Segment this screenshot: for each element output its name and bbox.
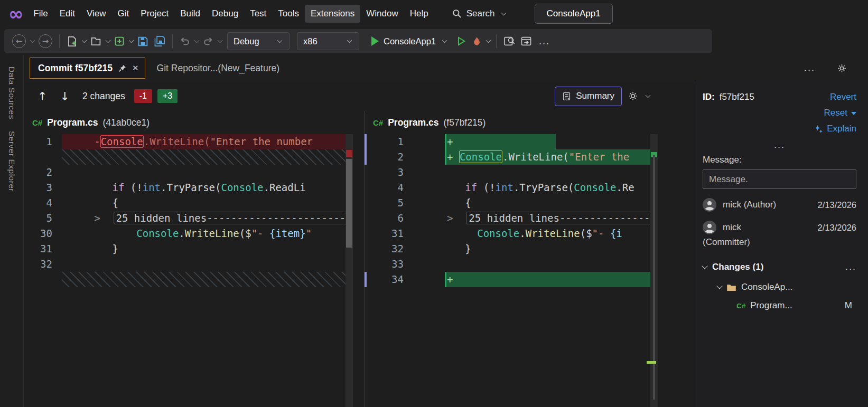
- changes-count: 2 changes: [82, 91, 125, 102]
- undo-button[interactable]: [177, 32, 193, 50]
- avatar-icon: [703, 198, 716, 212]
- right-file-header: C# Program.cs (f57bf215): [365, 111, 658, 134]
- menu-tools[interactable]: Tools: [272, 5, 305, 23]
- reset-dropdown-icon[interactable]: [851, 112, 856, 115]
- changes-section-header[interactable]: Changes (1) ...: [703, 261, 856, 272]
- previous-change-button[interactable]: ↑: [31, 88, 53, 105]
- data-sources-tab[interactable]: Data Sources: [7, 67, 16, 119]
- summary-icon: [562, 92, 571, 101]
- commit-ref: (f57bf215): [443, 117, 486, 128]
- left-scrollbar[interactable]: [346, 134, 353, 407]
- menu-git[interactable]: Git: [112, 5, 135, 23]
- tree-file-row[interactable]: C# Program... M: [736, 300, 856, 311]
- navigate-back-button[interactable]: ←: [10, 32, 29, 50]
- add-item-button[interactable]: [111, 32, 127, 50]
- line-number: 1: [24, 134, 62, 149]
- pin-icon[interactable]: [118, 64, 126, 72]
- line-number: 31: [365, 226, 445, 241]
- menu-view[interactable]: View: [81, 5, 112, 23]
- menu-build[interactable]: Build: [174, 5, 206, 23]
- csharp-icon: C#: [373, 118, 383, 127]
- back-history-chevron-icon[interactable]: [30, 38, 35, 43]
- play-outline-icon: [456, 36, 466, 46]
- project-badge[interactable]: ConsoleApp1: [535, 4, 613, 24]
- scrollbar-addition-mark: [647, 361, 656, 364]
- navigate-forward-button[interactable]: →: [36, 32, 55, 50]
- open-file-button[interactable]: [88, 32, 104, 50]
- left-code-rows[interactable]: 1 -Console.WriteLine("Enter the number23…: [24, 134, 346, 407]
- hot-reload-chevron-icon[interactable]: [486, 38, 491, 43]
- menu-project[interactable]: Project: [135, 5, 174, 23]
- menu-file[interactable]: File: [27, 5, 53, 23]
- main-toolbar: ← → Debug x86 ConsoleApp1: [0, 27, 868, 55]
- configuration-chevron-icon: [277, 38, 283, 43]
- revert-link[interactable]: Revert: [830, 92, 856, 102]
- left-file-header: C# Program.cs (41ab0ce1): [24, 111, 353, 134]
- line-number: 34: [365, 272, 445, 287]
- redo-button[interactable]: [200, 32, 216, 50]
- new-file-button[interactable]: [64, 32, 80, 50]
- code-row: 2: [24, 165, 346, 180]
- start-debugging-button[interactable]: ConsoleApp1: [366, 36, 453, 46]
- menu-debug[interactable]: Debug: [206, 5, 244, 23]
- explain-link[interactable]: Explain: [814, 124, 856, 134]
- tab-commit[interactable]: Commit f57bf215 ✕: [30, 58, 145, 79]
- menu-edit[interactable]: Edit: [54, 5, 81, 23]
- menu-window[interactable]: Window: [360, 5, 404, 23]
- code-row: 4 {: [24, 195, 346, 211]
- csharp-icon: C#: [736, 302, 745, 310]
- run-chevron-icon[interactable]: [442, 38, 447, 43]
- avatar-icon: [703, 221, 716, 234]
- hot-reload-button[interactable]: [469, 32, 484, 50]
- commit-details-panel: ID:f57bf215 Revert Reset Explain ... Mes…: [695, 81, 868, 407]
- server-explorer-tab[interactable]: Server Explorer: [7, 131, 16, 192]
- editor-filler: [658, 111, 695, 407]
- reset-link[interactable]: Reset: [824, 108, 847, 118]
- line-number: 3: [365, 165, 445, 180]
- tab-git-repository[interactable]: Git Repositor...(New_Feature): [157, 63, 279, 74]
- diff-pane-old: C# Program.cs (41ab0ce1) 1 -Console.Writ…: [24, 111, 353, 407]
- line-number: 2: [24, 165, 62, 180]
- configuration-dropdown[interactable]: Debug: [227, 32, 290, 50]
- pop-out-window-button[interactable]: [518, 32, 535, 50]
- search-control[interactable]: Search: [452, 8, 507, 19]
- find-in-files-icon: [503, 35, 515, 47]
- line-number: 6: [365, 211, 445, 226]
- save-button[interactable]: [135, 32, 151, 50]
- line-number: 4: [365, 180, 445, 195]
- diff-settings-gear-icon[interactable]: [628, 91, 638, 101]
- open-file-chevron-icon[interactable]: [106, 38, 111, 43]
- find-in-files-button[interactable]: [501, 32, 518, 50]
- tree-folder-row[interactable]: ConsoleAp...: [717, 282, 856, 292]
- summary-button[interactable]: Summary: [555, 87, 622, 106]
- search-chevron-icon[interactable]: [501, 11, 506, 16]
- code-row: 4 if (!int.TryParse(Console.Re: [365, 180, 650, 195]
- close-icon[interactable]: ✕: [132, 63, 139, 73]
- tab-settings-gear-icon[interactable]: [837, 63, 847, 73]
- menu-help[interactable]: Help: [404, 5, 434, 23]
- code-row: 6> 25 hidden lines----------------: [365, 211, 650, 226]
- undo-chevron-icon[interactable]: [194, 38, 200, 43]
- next-change-button[interactable]: ↓: [53, 88, 76, 105]
- menu-extensions[interactable]: Extensions: [305, 5, 360, 23]
- details-more-button[interactable]: ...: [703, 139, 856, 150]
- platform-dropdown[interactable]: x86: [297, 32, 359, 50]
- scrollbar-thumb[interactable]: [346, 159, 352, 248]
- window-arrow-icon: [520, 35, 532, 47]
- tab-overflow-button[interactable]: ...: [800, 63, 819, 74]
- changes-more-button[interactable]: ...: [845, 261, 856, 272]
- save-all-button[interactable]: [151, 32, 168, 50]
- redo-chevron-icon[interactable]: [218, 38, 223, 43]
- add-item-chevron-icon[interactable]: [129, 38, 134, 43]
- new-file-chevron-icon[interactable]: [82, 38, 87, 43]
- commit-message-box[interactable]: Message.: [703, 169, 856, 189]
- right-scrollbar[interactable]: [650, 134, 658, 407]
- start-without-debugging-button[interactable]: [453, 32, 469, 50]
- line-number: 32: [365, 241, 445, 257]
- right-code-rows[interactable]: 1+2+ Console.WriteLine("Enter the34 if (…: [365, 134, 650, 407]
- diff-settings-chevron-icon[interactable]: [646, 93, 651, 98]
- toolbar-overflow-button[interactable]: ...: [535, 36, 554, 47]
- menu-test[interactable]: Test: [244, 5, 272, 23]
- change-bar: [365, 149, 367, 165]
- redo-icon: [203, 36, 213, 46]
